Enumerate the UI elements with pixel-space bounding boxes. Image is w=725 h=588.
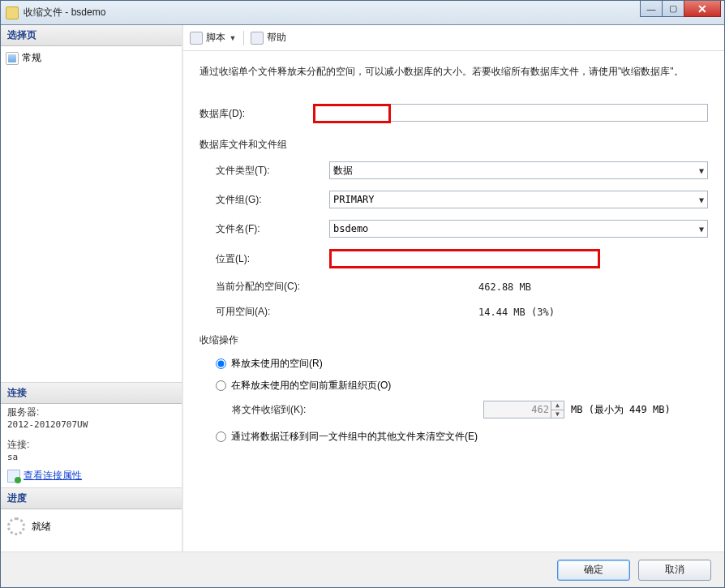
filegroup-value: PRIMARY [333,194,375,205]
shrink-options: 释放未使用的空间(R) 在释放未使用的空间前重新组织页(O) 将文件收缩到(K)… [199,357,708,444]
window-title: 收缩文件 - bsdemo [24,6,724,19]
connection-label: 连接: [7,438,175,452]
available-label: 可用空间(A): [199,305,329,319]
dropdown-arrow-icon: ▼ [699,166,704,175]
select-page-header: 选择页 [1,25,182,46]
location-input[interactable] [329,249,600,268]
server-label: 服务器: [7,406,175,419]
location-label: 位置(L): [199,252,329,266]
dialog-body: 选择页 常规 连接 服务器: 2012-20120707UW 连接: sa [1,25,724,552]
allocated-value: 462.88 MB [475,281,531,293]
radio-release-unused[interactable]: 释放未使用的空间(R) [216,357,708,371]
spin-up-icon[interactable]: ▲ [551,401,564,410]
radio-reorganize-label: 在释放未使用的空间前重新组织页(O) [231,379,391,393]
database-input-remainder[interactable] [391,104,708,122]
cancel-button[interactable]: 取消 [638,560,711,581]
minimize-button[interactable]: — [640,1,663,17]
progress-status: 就绪 [32,520,51,534]
left-panel: 选择页 常规 连接 服务器: 2012-20120707UW 连接: sa [1,25,183,552]
server-value: 2012-20120707UW [7,419,175,430]
radio-empty-file-label: 通过将数据迁移到同一文件组中的其他文件来清空文件(E) [231,430,478,444]
radio-reorganize[interactable]: 在释放未使用的空间前重新组织页(O) [216,379,708,393]
main-content: 通过收缩单个文件释放未分配的空间，可以减小数据库的大小。若要收缩所有数据库文件，… [183,51,724,552]
spin-down-icon[interactable]: ▼ [551,410,564,418]
page-general[interactable]: 常规 [6,49,177,67]
radio-release-unused-input[interactable] [216,358,226,369]
help-button[interactable]: 帮助 [267,31,286,45]
script-dropdown-icon[interactable]: ▼ [229,34,237,42]
filename-value: bsdemo [333,223,368,234]
view-connection-properties[interactable]: 查看连接属性 [1,464,182,487]
radio-release-unused-label: 释放未使用的空间(R) [231,357,323,371]
script-icon [190,32,203,45]
spin-buttons[interactable]: ▲ ▼ [551,401,564,418]
progress-spinner-icon [7,517,25,535]
properties-icon [7,470,20,483]
radio-empty-file[interactable]: 通过将数据迁移到同一文件组中的其他文件来清空文件(E) [216,430,708,444]
ok-button[interactable]: 确定 [557,560,630,581]
shrink-to-label: 将文件收缩到(K): [232,403,345,417]
maximize-button[interactable]: ▢ [662,1,684,17]
connection-value: sa [7,452,175,462]
help-icon [251,32,264,45]
filetype-value: 数据 [333,164,353,178]
filegroup-label: 文件组(G): [199,193,329,207]
filegroup-combo[interactable]: PRIMARY ▼ [329,191,708,208]
shrink-to-value: 462 [531,404,549,415]
view-connection-properties-link[interactable]: 查看连接属性 [24,467,82,484]
files-section-title: 数据库文件和文件组 [199,138,708,152]
button-bar: 确定 取消 [1,552,724,587]
connection-header: 连接 [1,383,182,404]
database-label: 数据库(D): [199,107,313,121]
page-tree: 常规 [1,46,182,70]
page-general-label: 常规 [22,51,41,65]
radio-empty-file-input[interactable] [216,431,226,442]
dialog-window: 收缩文件 - bsdemo — ▢ ✕ 选择页 常规 连接 服务器: 2012-… [0,0,725,588]
radio-reorganize-input[interactable] [216,380,226,391]
filetype-combo[interactable]: 数据 ▼ [329,161,708,179]
connection-section: 连接 服务器: 2012-20120707UW 连接: sa 查看连接属性 [1,382,182,487]
progress-section: 进度 就绪 [1,487,182,552]
toolbar-separator [243,31,244,45]
page-icon [6,52,19,65]
right-panel: 脚本 ▼ 帮助 通过收缩单个文件释放未分配的空间，可以减小数据库的大小。若要收缩… [183,25,724,552]
titlebar: 收缩文件 - bsdemo — ▢ ✕ [1,1,724,25]
script-button[interactable]: 脚本 [206,31,225,45]
shrink-to-hint: MB (最小为 449 MB) [571,403,671,417]
app-icon [6,6,19,19]
filename-combo[interactable]: bsdemo ▼ [329,220,708,238]
description-text: 通过收缩单个文件释放未分配的空间，可以减小数据库的大小。若要收缩所有数据库文件，… [199,64,708,79]
shrink-to-spinbox[interactable]: 462 ▲ ▼ [483,401,564,418]
allocated-label: 当前分配的空间(C): [199,280,329,294]
filetype-label: 文件类型(T): [199,164,329,178]
toolbar: 脚本 ▼ 帮助 [183,25,724,51]
filename-label: 文件名(F): [199,222,329,236]
available-value: 14.44 MB (3%) [475,307,555,318]
window-buttons: — ▢ ✕ [641,1,721,17]
dropdown-arrow-icon: ▼ [699,195,704,204]
progress-header: 进度 [1,488,182,509]
dropdown-arrow-icon: ▼ [699,225,704,234]
close-button[interactable]: ✕ [684,1,721,17]
shrink-action-title: 收缩操作 [199,333,708,347]
database-input[interactable] [313,104,391,123]
